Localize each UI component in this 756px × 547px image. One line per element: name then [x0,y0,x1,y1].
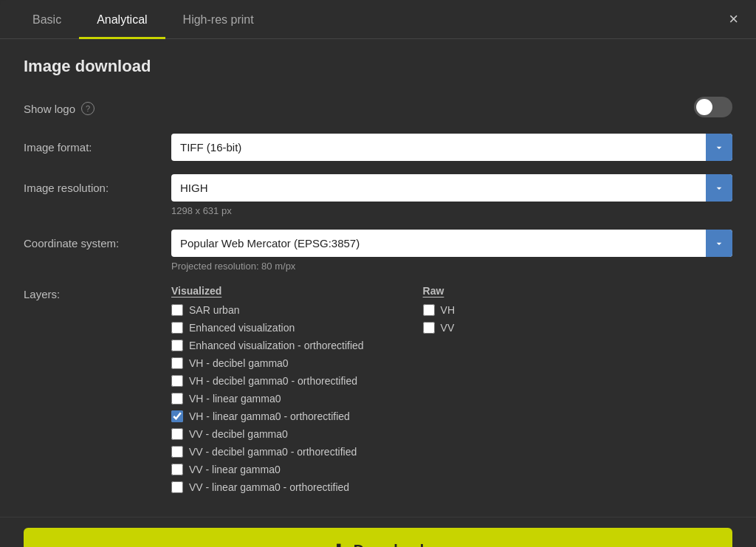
layer-vh-linear-checkbox[interactable] [171,393,183,405]
layer-vh-linear-ortho[interactable]: VH - linear gamma0 - orthorectified [171,410,364,422]
coordinate-system-select-wrapper: Popular Web Mercator (EPSG:3857) WGS84 (… [171,230,732,257]
modal-dialog: Basic Analytical High-res print × Image … [0,0,756,547]
image-format-select-wrapper: TIFF (16-bit) PNG JPEG [171,134,732,161]
download-button[interactable]: ⬇ Download [24,528,732,547]
layer-vh-linear-ortho-checkbox[interactable] [171,410,183,422]
layer-vh-decibel[interactable]: VH - decibel gamma0 [171,357,364,369]
image-format-select[interactable]: TIFF (16-bit) PNG JPEG [171,134,732,161]
tab-bar: Basic Analytical High-res print × [0,0,756,39]
image-resolution-control: HIGH MEDIUM LOW 1298 x 631 px [171,174,732,216]
layer-raw-vh-checkbox[interactable] [423,304,435,316]
layer-raw-vv[interactable]: VV [423,322,455,334]
layer-vv-linear-checkbox[interactable] [171,464,183,475]
modal-content: Image download Show logo ? Image format:… [0,39,756,517]
image-format-control: TIFF (16-bit) PNG JPEG [171,134,732,161]
layer-enhanced-viz-ortho-checkbox[interactable] [171,340,183,351]
layers-section: Layers: Visualized SAR urban Enhanced vi… [24,285,732,499]
layer-vv-decibel-ortho-checkbox[interactable] [171,446,183,458]
layer-enhanced-viz-checkbox[interactable] [171,322,183,334]
image-resolution-select[interactable]: HIGH MEDIUM LOW [171,174,732,202]
tab-basic[interactable]: Basic [15,0,79,39]
coordinate-system-subtext: Projected resolution: 80 m/px [171,261,732,272]
image-resolution-select-wrapper: HIGH MEDIUM LOW [171,174,732,202]
tab-analytical[interactable]: Analytical [79,0,165,39]
show-logo-row: Show logo ? [24,97,732,120]
show-logo-toggle[interactable] [694,97,732,117]
coordinate-system-label: Coordinate system: [24,230,171,250]
download-button-label: Download [354,542,425,548]
coordinate-system-select[interactable]: Popular Web Mercator (EPSG:3857) WGS84 (… [171,230,732,257]
section-title: Image download [24,57,732,76]
layer-enhanced-viz[interactable]: Enhanced visualization [171,322,364,334]
layer-sar-urban-checkbox[interactable] [171,304,183,316]
layer-raw-vh[interactable]: VH [423,304,455,316]
visualized-column: Visualized SAR urban Enhanced visualizat… [171,285,364,499]
layer-vh-decibel-ortho[interactable]: VH - decibel gamma0 - orthorectified [171,375,364,387]
show-logo-label: Show logo ? [24,102,171,115]
layer-vv-decibel[interactable]: VV - decibel gamma0 [171,428,364,440]
layer-vv-decibel-checkbox[interactable] [171,428,183,440]
raw-header: Raw [423,285,455,297]
visualized-header: Visualized [171,285,364,297]
coordinate-system-control: Popular Web Mercator (EPSG:3857) WGS84 (… [171,230,732,272]
layer-vv-linear[interactable]: VV - linear gamma0 [171,464,364,475]
layer-vh-decibel-checkbox[interactable] [171,357,183,369]
layer-vh-decibel-ortho-checkbox[interactable] [171,375,183,387]
raw-column: Raw VH VV [423,285,455,499]
layer-vv-linear-ortho[interactable]: VV - linear gamma0 - orthorectified [171,481,364,493]
tab-highres[interactable]: High-res print [165,0,272,39]
layer-vh-linear[interactable]: VH - linear gamma0 [171,393,364,405]
layers-content: Visualized SAR urban Enhanced visualizat… [171,285,732,499]
image-resolution-row: Image resolution: HIGH MEDIUM LOW 1298 x… [24,174,732,216]
layer-vv-linear-ortho-checkbox[interactable] [171,481,183,493]
layer-sar-urban[interactable]: SAR urban [171,304,364,316]
coordinate-system-row: Coordinate system: Popular Web Mercator … [24,230,732,272]
layer-enhanced-viz-ortho[interactable]: Enhanced visualization - orthorectified [171,340,364,351]
layer-vv-decibel-ortho[interactable]: VV - decibel gamma0 - orthorectified [171,446,364,458]
show-logo-help-icon[interactable]: ? [81,102,94,115]
download-bar: ⬇ Download [0,517,756,547]
close-button[interactable]: × [723,8,744,30]
image-resolution-label: Image resolution: [24,174,171,194]
layers-label: Layers: [24,285,171,300]
image-format-row: Image format: TIFF (16-bit) PNG JPEG [24,134,732,161]
image-format-label: Image format: [24,141,171,154]
layer-raw-vv-checkbox[interactable] [423,322,435,334]
image-resolution-subtext: 1298 x 631 px [171,205,732,216]
download-icon: ⬇ [332,541,345,547]
